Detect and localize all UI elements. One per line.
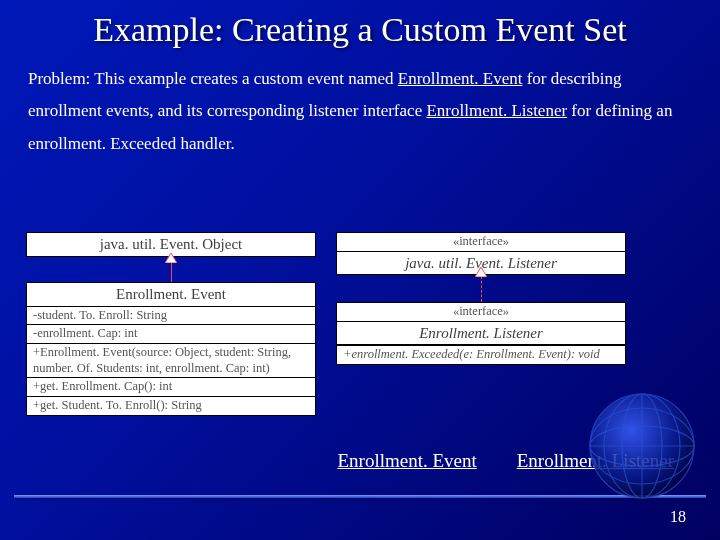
uml-enrollment-event-op2: +get. Enrollment. Cap(): int [27,378,315,397]
footer-divider [14,495,706,498]
uml-event-listener-stereo: «interface» [337,233,625,252]
link-enrollment-event: Enrollment. Event [337,450,476,472]
uml-enrollment-event-attr1: -student. To. Enroll: String [27,307,315,326]
uml-enrollment-event-attr2: -enrollment. Cap: int [27,325,315,344]
link-enrollment-listener: Enrollment. Listener [517,450,674,472]
uml-enrollment-event-op3: +get. Student. To. Enroll(): String [27,397,315,415]
slide-title: Example: Creating a Custom Event Set [0,0,720,57]
svg-marker-1 [475,267,487,277]
inheritance-arrowhead-left [165,253,177,263]
problem-prefix: Problem: This example creates a custom e… [28,69,398,88]
uml-enrollment-listener-name: Enrollment. Listener [337,322,625,346]
page-number: 18 [670,508,686,526]
uml-enrollment-event-op1: +Enrollment. Event(source: Object, stude… [27,344,315,378]
realization-line-right [481,276,482,302]
problem-text: Problem: This example creates a custom e… [0,57,720,160]
problem-underline-1: Enrollment. Event [398,69,523,88]
uml-enrollment-event-box: Enrollment. Event -student. To. Enroll: … [26,282,316,416]
uml-diagram: java. util. Event. Object «interface» ja… [26,232,636,437]
uml-enrollment-listener-stereo: «interface» [337,303,625,322]
uml-enrollment-event-name: Enrollment. Event [27,283,315,307]
uml-enrollment-listener-box: «interface» Enrollment. Listener +enroll… [336,302,626,365]
uml-enrollment-listener-op1: +enrollment. Exceeded(e: Enrollment. Eve… [337,345,625,364]
inheritance-line-left [171,262,172,282]
realization-arrowhead-right [475,267,487,277]
bottom-links: Enrollment. Event Enrollment. Listener [0,450,720,472]
svg-marker-0 [165,253,177,263]
problem-underline-2: Enrollment. Listener [426,101,567,120]
